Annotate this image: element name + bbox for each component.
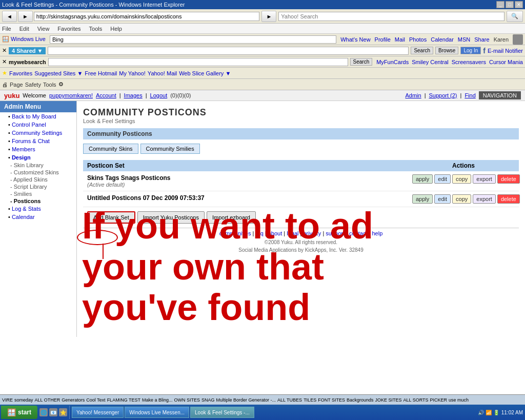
start-button[interactable]: 🪟 start	[1, 406, 37, 419]
mail-link[interactable]: Mail	[395, 36, 405, 43]
sidebar-item-community-settings[interactable]: Community Settings	[0, 129, 76, 137]
email-notifier[interactable]: E-mail Notifier	[488, 48, 523, 54]
forward-btn[interactable]: ►	[18, 11, 33, 22]
scroll-vibe[interactable]: VIRE	[2, 397, 13, 403]
sidebar-sub-customized-skins[interactable]: - Customized Skins	[0, 169, 76, 176]
smiley-central-link[interactable]: Smiley Central	[412, 59, 449, 65]
scroll-flaming[interactable]: FLAMING TEST	[107, 397, 140, 403]
footer-communities[interactable]: communities	[219, 230, 251, 236]
scroll-jokesites[interactable]: JOKE SITES	[375, 397, 402, 403]
photos-link[interactable]: Photos	[409, 36, 427, 43]
shared-search-input[interactable]	[48, 47, 409, 55]
yahoo-search-btn[interactable]: 🔍	[507, 11, 523, 22]
menu-edit[interactable]: Edit	[19, 26, 29, 32]
scroll-allsorts[interactable]: ALL SORTS	[403, 397, 429, 403]
fav-item-yahoo-mail[interactable]: Yahoo! Mail	[148, 70, 177, 76]
taskbar-item-yahoo-messenger[interactable]: Yahoo! Messenger	[72, 407, 124, 418]
whats-new-link[interactable]: What's New	[340, 36, 370, 43]
scroll-generators[interactable]: Generators	[62, 397, 85, 403]
bing-search-input[interactable]	[50, 35, 336, 44]
sidebar-item-forums-chat[interactable]: Forums & Chat	[0, 137, 76, 145]
sidebar-sub-smilies[interactable]: - Smilies	[0, 190, 76, 197]
scroll-picker[interactable]: PICKER	[430, 397, 448, 403]
import-ezboard-btn[interactable]: Import ezboard	[207, 211, 256, 224]
navigation-btn[interactable]: NAVIGATION	[479, 91, 521, 99]
scroll-cooltext[interactable]: Cool Text	[86, 397, 105, 403]
mywebsearch-input[interactable]	[48, 58, 348, 66]
fav-item-favorites[interactable]: Favorites	[9, 70, 32, 76]
myfuncards-link[interactable]: MyFunCards	[376, 59, 409, 65]
maximize-btn[interactable]: □	[506, 1, 514, 8]
images-link[interactable]: Images	[124, 92, 143, 98]
sidebar-item-control-panel[interactable]: Control Panel	[0, 121, 76, 129]
ql-icon-2[interactable]: 📧	[49, 408, 57, 416]
gear-icon[interactable]: ⚙	[58, 81, 64, 88]
support-link[interactable]: Support (2)	[429, 92, 457, 98]
print-icon[interactable]: 🖨	[2, 82, 8, 88]
sidebar-item-back-to-board[interactable]: Back to My Board	[0, 112, 76, 121]
scroll-allother[interactable]: ALL OTHER	[35, 397, 60, 403]
sidebar-sub-skin-library[interactable]: - Skin Library	[0, 162, 76, 169]
scroll-alltubes[interactable]: ALL TUBES	[277, 397, 302, 403]
msn-link[interactable]: MSN	[458, 36, 470, 43]
menu-tools[interactable]: Tools	[89, 26, 103, 32]
import-yuku-posticons-btn[interactable]: Import Yuku Posticons	[137, 211, 205, 224]
scroll-fontsites[interactable]: FONT SITES	[318, 397, 345, 403]
apply-btn-1[interactable]: apply	[412, 174, 433, 184]
footer-privacy[interactable]: privacy	[304, 230, 321, 236]
screensavers-link[interactable]: Screensavers	[452, 59, 486, 65]
footer-support[interactable]: support	[326, 230, 345, 236]
footer-legal[interactable]: legal	[287, 230, 298, 236]
scroll-ownsites[interactable]: OWN SITES	[174, 397, 200, 403]
sidebar-sub-script-library[interactable]: - Script Library	[0, 183, 76, 190]
fav-item-my-yahoo[interactable]: My Yahoo!	[119, 70, 146, 76]
close-shared-icon[interactable]: ✕	[2, 47, 7, 54]
taskbar-item-ie-active[interactable]: Look & Feel Settings -...	[190, 407, 254, 418]
account-link[interactable]: Account	[96, 92, 116, 98]
cursor-mania-link[interactable]: Cursor Mania	[489, 59, 523, 65]
delete-btn-2[interactable]: delete	[497, 194, 520, 204]
scroll-border[interactable]: Multiple Border Generator -...	[216, 397, 276, 403]
scroll-usemuch[interactable]: use much	[449, 397, 469, 403]
shared-browse-btn[interactable]: Browse	[435, 47, 458, 54]
fav-item-web-slice[interactable]: Web Slice Gallery ▼	[179, 70, 231, 76]
mywebsearch-btn[interactable]: Search	[350, 58, 373, 66]
export-btn-2[interactable]: export	[473, 194, 496, 204]
menu-help[interactable]: Help	[110, 26, 122, 32]
footer-about[interactable]: about	[268, 230, 282, 236]
sidebar-item-calendar[interactable]: Calendar	[0, 213, 76, 221]
export-btn-1[interactable]: export	[473, 174, 496, 184]
admin-link[interactable]: Admin	[405, 92, 421, 98]
fav-item-suggested-sites[interactable]: Suggested Sites ▼	[34, 70, 83, 76]
tab-community-smilies[interactable]: Community Smilies	[140, 144, 200, 154]
minimize-btn[interactable]: _	[496, 1, 504, 8]
calendar-link[interactable]: Calendar	[431, 36, 454, 43]
sidebar-sub-applied-skins[interactable]: - Applied Skins	[0, 176, 76, 183]
menu-file[interactable]: File	[2, 26, 11, 32]
yahoo-search-input[interactable]	[278, 12, 504, 21]
sidebar-item-log-stats[interactable]: Log & Stats	[0, 205, 76, 213]
username-link[interactable]: puppymomkaren!	[49, 92, 93, 98]
add-blank-set-btn[interactable]: Add Blank Set	[87, 211, 135, 224]
go-btn[interactable]: ►	[261, 11, 276, 22]
footer-help[interactable]: help	[372, 230, 382, 236]
tools-menu[interactable]: Tools	[43, 82, 56, 88]
close-websearch-icon[interactable]: ✕	[2, 58, 7, 65]
safety-menu[interactable]: Safety	[25, 82, 41, 88]
sidebar-item-design[interactable]: Design	[0, 153, 76, 162]
close-btn[interactable]: ✕	[515, 1, 523, 8]
shared-search-btn[interactable]: Search	[411, 47, 433, 54]
ql-icon-1[interactable]: 🌐	[39, 408, 48, 416]
delete-btn-1[interactable]: delete	[497, 174, 520, 184]
share-link[interactable]: Share	[474, 36, 489, 43]
menu-favorites[interactable]: Favorites	[57, 26, 80, 32]
page-menu[interactable]: Page	[10, 82, 23, 88]
fav-item-hotmail[interactable]: Free Hotmail	[85, 70, 117, 76]
back-btn[interactable]: ◄	[2, 11, 17, 22]
sidebar-item-members[interactable]: Members	[0, 145, 76, 153]
sidebar-sub-posticons[interactable]: - Posticons	[0, 197, 76, 205]
taskbar-item-windows-live[interactable]: Windows Live Messen...	[125, 407, 189, 418]
footer-contact[interactable]: contact	[349, 230, 367, 236]
menu-view[interactable]: View	[37, 26, 50, 32]
ql-icon-3[interactable]: ⭐	[59, 408, 67, 416]
